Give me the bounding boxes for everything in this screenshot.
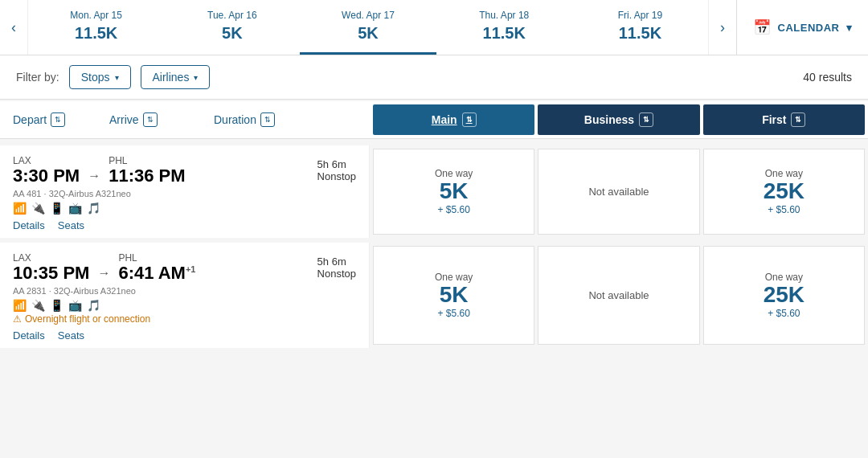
arrow-separator: →: [80, 169, 108, 183]
filter-bar: Filter by: Stops ▾ Airlines ▾ 40 results: [0, 55, 868, 100]
stops-filter-button[interactable]: Stops ▾: [69, 65, 131, 89]
date-item-4[interactable]: Fri. Apr 19 11.5K: [572, 0, 708, 55]
flight-meta: AA 481 · 32Q-Airbus A321neo: [13, 189, 356, 198]
amenity-icon-4: 🎵: [87, 202, 100, 215]
flight-row: LAX 10:35 PM → PHL 6:41 AM+1 5h 6m Nonst…: [0, 243, 868, 348]
amenity-icon-3: 📺: [68, 202, 82, 215]
flight-links: Details Seats: [13, 219, 356, 231]
cabin-headers: Main ⇅ Business ⇅ First ⇅: [370, 101, 868, 138]
depart-sort-button[interactable]: Depart ⇅: [13, 101, 109, 138]
amenity-icon-4: 🎵: [87, 299, 100, 312]
airlines-filter-button[interactable]: Airlines ▾: [141, 65, 211, 89]
price-label: One way: [435, 168, 473, 179]
price-fee: + $5.60: [437, 308, 469, 319]
cabin-header-main[interactable]: Main ⇅: [373, 104, 534, 135]
price-amount: 25K: [764, 179, 805, 204]
date-item-2[interactable]: Wed. Apr 17 5K: [300, 0, 436, 55]
flight-links: Details Seats: [13, 329, 356, 341]
stop-label: Nonstop: [317, 170, 356, 182]
cabin-header-business[interactable]: Business ⇅: [538, 104, 699, 135]
flight-meta: AA 2831 · 32Q-Airbus A321neo: [13, 286, 356, 296]
flight-col-headers: Depart ⇅ Arrive ⇅ Duration ⇅: [0, 101, 370, 138]
duration-block: 5h 6m Nonstop: [317, 256, 356, 280]
flight-times: LAX 10:35 PM → PHL 6:41 AM+1 5h 6m Nonst…: [13, 252, 356, 283]
price-cell-main[interactable]: One way 5K + $5.60: [373, 149, 534, 235]
cabin-sort-icon: ⇅: [639, 112, 653, 127]
arrive-time: 6:41 AM+1: [118, 264, 195, 283]
arrive-sort-button[interactable]: Arrive ⇅: [109, 101, 214, 138]
price-cell-first[interactable]: One way 25K + $5.60: [703, 149, 865, 235]
cabin-sort-icon: ⇅: [791, 112, 805, 127]
duration-block: 5h 6m Nonstop: [317, 158, 356, 182]
price-label: One way: [435, 272, 473, 283]
price-cell-business-unavailable: Not available: [538, 149, 699, 235]
origin-block: LAX 10:35 PM: [13, 252, 89, 283]
arrive-super: +1: [186, 264, 196, 274]
day-label: Thu. Apr 18: [479, 10, 529, 21]
flight-info: LAX 3:30 PM → PHL 11:36 PM 5h 6m Nonstop…: [0, 145, 370, 238]
details-link[interactable]: Details: [13, 329, 45, 341]
origin-code: LAX: [13, 155, 80, 166]
seats-link[interactable]: Seats: [58, 329, 84, 341]
arrow-separator: →: [89, 266, 118, 280]
day-label: Wed. Apr 17: [342, 10, 395, 21]
origin-block: LAX 3:30 PM: [13, 155, 80, 186]
flight-info: LAX 10:35 PM → PHL 6:41 AM+1 5h 6m Nonst…: [0, 243, 370, 348]
duration-time: 5h 6m: [317, 158, 346, 170]
date-item-3[interactable]: Thu. Apr 18 11.5K: [436, 0, 572, 55]
stops-dropdown-icon: ▾: [115, 73, 119, 82]
day-label: Mon. Apr 15: [70, 10, 122, 21]
day-price: 5K: [358, 24, 379, 43]
price-cell-first[interactable]: One way 25K + $5.60: [703, 246, 865, 345]
next-date-button[interactable]: ›: [708, 0, 736, 55]
price-amount: 25K: [764, 283, 805, 308]
seats-link[interactable]: Seats: [58, 219, 84, 231]
prev-date-button[interactable]: ‹: [0, 0, 28, 55]
cabin-prices: One way 5K + $5.60 Not available One way…: [370, 145, 868, 238]
date-item-0[interactable]: Mon. Apr 15 11.5K: [28, 0, 164, 55]
duration-time: 5h 6m: [317, 256, 346, 268]
duration-sort-button[interactable]: Duration ⇅: [214, 101, 318, 138]
depart-time: 10:35 PM: [13, 264, 89, 283]
day-price: 11.5K: [483, 24, 526, 43]
cabin-label: First: [762, 113, 786, 126]
price-cell-main[interactable]: One way 5K + $5.60: [373, 246, 534, 345]
depart-time: 3:30 PM: [13, 166, 80, 186]
price-label: One way: [765, 168, 803, 179]
price-cell-business-unavailable: Not available: [538, 246, 699, 345]
date-item-1[interactable]: Tue. Apr 16 5K: [164, 0, 300, 55]
cabin-prices: One way 5K + $5.60 Not available One way…: [370, 243, 868, 348]
dest-code: PHL: [118, 252, 195, 264]
dest-block: PHL 6:41 AM+1: [118, 252, 195, 283]
amenities: 📶🔌📱📺🎵: [13, 299, 356, 312]
cabin-label: Business: [584, 113, 634, 126]
amenity-icon-3: 📺: [68, 299, 82, 312]
column-headers: Depart ⇅ Arrive ⇅ Duration ⇅ Main ⇅ Busi…: [0, 101, 868, 139]
price-amount: 5K: [440, 179, 469, 204]
amenity-icon-1: 🔌: [31, 299, 45, 312]
calendar-button[interactable]: 📅 CALENDAR ▾: [736, 0, 868, 55]
amenity-icon-1: 🔌: [31, 202, 45, 215]
overnight-warning: ⚠Overnight flight or connection: [13, 313, 356, 325]
day-price: 11.5K: [75, 24, 117, 43]
flights-container: LAX 3:30 PM → PHL 11:36 PM 5h 6m Nonstop…: [0, 139, 868, 359]
price-fee: + $5.60: [437, 204, 469, 215]
origin-code: LAX: [13, 252, 89, 264]
cabin-header-first[interactable]: First ⇅: [703, 104, 865, 135]
calendar-icon: 📅: [753, 18, 772, 36]
price-amount: 5K: [440, 283, 469, 308]
day-label: Fri. Apr 19: [618, 10, 662, 21]
amenity-icon-2: 📱: [50, 299, 63, 312]
price-fee: + $5.60: [768, 308, 800, 319]
duration-sort-icon: ⇅: [260, 112, 275, 127]
dest-block: PHL 11:36 PM: [108, 155, 185, 186]
amenity-icon-0: 📶: [13, 202, 27, 215]
price-fee: + $5.60: [768, 204, 800, 215]
details-link[interactable]: Details: [13, 219, 45, 231]
day-price: 11.5K: [619, 24, 661, 43]
results-count: 40 results: [803, 71, 852, 84]
airlines-dropdown-icon: ▾: [194, 73, 198, 82]
price-label: One way: [765, 272, 803, 283]
flight-row: LAX 3:30 PM → PHL 11:36 PM 5h 6m Nonstop…: [0, 145, 868, 238]
depart-sort-icon: ⇅: [51, 112, 65, 127]
